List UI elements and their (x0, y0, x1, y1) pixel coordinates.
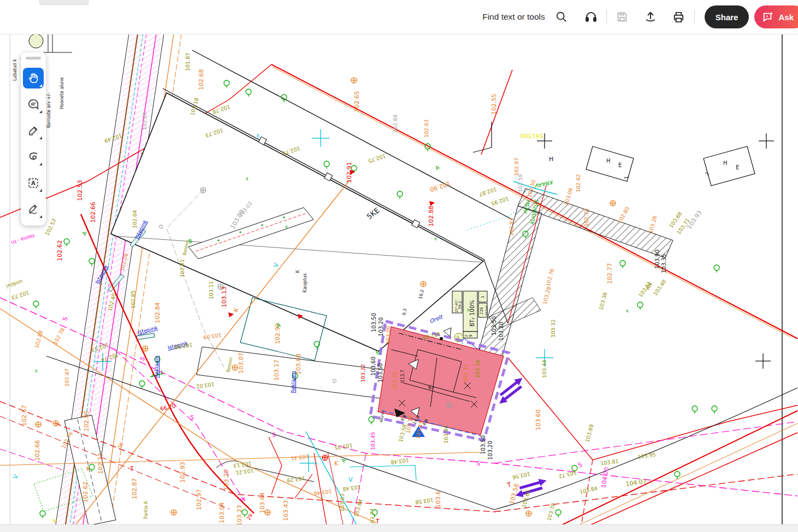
legend-symbol (29, 34, 43, 48)
signature-pen-icon (27, 203, 39, 215)
map-label: 102.93 (509, 218, 515, 236)
map-label: 101.87 (185, 53, 191, 71)
document-canvas[interactable]: Lubatud klepikKõrgus meetritesKorruste a… (0, 34, 798, 524)
map-label: V (11, 473, 20, 480)
print-icon[interactable] (668, 6, 690, 28)
map-label: S (272, 431, 276, 439)
map-label: 103.31 (463, 364, 469, 382)
map-label: 102.85 (130, 291, 136, 309)
map-label: 102.88 (428, 206, 435, 227)
map-label: 103.25 (223, 470, 230, 491)
pencil-icon (27, 125, 39, 137)
pan-hand-tool[interactable] (23, 68, 44, 88)
tree-icon (555, 510, 561, 515)
map-label: 103.08 (295, 354, 302, 375)
map-label: Heina - tn (10, 233, 35, 245)
map-label: S (61, 316, 69, 322)
map-label: 102.77 (606, 263, 613, 285)
map-label: 103.95 (637, 451, 656, 460)
map-label: 102.87 (131, 478, 138, 500)
share-button[interactable]: Share (705, 5, 749, 28)
map-label: 103,90 (654, 250, 660, 269)
map-label: Korruste arv +/- (46, 93, 51, 128)
top-toolbar: Find text or tools (0, 0, 798, 34)
map-label: 102.87 (478, 186, 498, 198)
tree-icon (369, 417, 374, 422)
map-label: 103.04 (218, 503, 226, 524)
save-icon[interactable] (611, 6, 633, 28)
map-label: 103.31 (291, 453, 309, 462)
benchmark-icon (429, 201, 435, 206)
annotation-toolbar: A (21, 52, 46, 226)
comment-tool[interactable] (23, 94, 44, 115)
map-label: 103.60 (535, 410, 542, 431)
search-icon[interactable] (551, 6, 572, 28)
map-geometry (0, 34, 797, 532)
map-label: 102.62 (56, 240, 63, 262)
map-label: 102.73 (11, 289, 30, 301)
benchmark-icon (228, 312, 234, 317)
tree-icon (620, 261, 625, 266)
upload-icon[interactable] (640, 6, 661, 28)
map-label: 103.46 (314, 488, 332, 497)
map-label: x (246, 176, 249, 181)
map-label: 102.95 (490, 196, 510, 207)
map-label: 103.23 (236, 505, 243, 527)
map-label: 104.07 (625, 478, 647, 488)
map-label: 103.45 (370, 432, 376, 450)
map-label: 102.91 (346, 162, 353, 184)
tree-icon (40, 511, 45, 516)
map-label: 103,20 (378, 317, 384, 336)
fill-sign-tool[interactable] (23, 199, 44, 220)
map-label: 462m² (484, 305, 488, 316)
map-label: 102.84 (154, 303, 161, 324)
map-label: S (190, 414, 194, 421)
read-aloud-icon[interactable] (580, 6, 602, 28)
map-label: BT₂ 100% (469, 300, 475, 327)
map-label: H (606, 158, 611, 164)
ask-ai-button[interactable]: Ask (754, 5, 798, 28)
map-label: 103.17 (273, 360, 280, 381)
map-label: Lubatud k (13, 59, 17, 81)
map-label: 102.88 (33, 330, 44, 349)
toolbar-drag-handle[interactable] (26, 57, 41, 60)
map-label: TP-2 (458, 301, 463, 310)
select-text-box-tool[interactable]: A (23, 173, 44, 193)
tree-icon (637, 302, 643, 308)
map-label: 2 (464, 335, 469, 337)
map-label: 103,20 (487, 441, 493, 460)
map-label: H (549, 156, 553, 163)
tree-icon (64, 239, 69, 244)
map-label: 103.36 (598, 292, 608, 311)
map-label: 103.64 (353, 499, 363, 518)
map-label: 103,50 (377, 363, 383, 382)
map-label: 104.00 (600, 466, 610, 488)
map-label: 103.11 (208, 281, 214, 299)
map-label: 102.78 (212, 104, 231, 115)
map-label: 102.66 (34, 440, 41, 462)
map-label: KRAAV (534, 179, 554, 189)
map-label: 102.97 (196, 489, 203, 511)
map-label: x (35, 369, 38, 374)
map-label: T (129, 465, 134, 472)
map-label: A (81, 230, 88, 237)
map-label: unikivi (5, 279, 23, 289)
map-label: 103.32 (550, 320, 556, 338)
tree-icon (692, 406, 697, 411)
map-label: 102.91 (179, 259, 185, 277)
map-label: E (618, 162, 622, 168)
map-label: 103,60 (370, 357, 376, 376)
map-label: 103.44 (541, 360, 547, 378)
top-tab (39, 0, 88, 5)
tree-icon (89, 258, 94, 264)
site-plan-drawing: Lubatud klepikKõrgus meetritesKorruste a… (0, 34, 798, 532)
hand-icon (27, 72, 39, 84)
lasso-tool[interactable] (23, 146, 44, 167)
map-label: Parkla A (144, 501, 149, 519)
tree-icon (139, 381, 145, 386)
map-label: 103.00 (385, 326, 391, 344)
draw-tool[interactable] (23, 120, 44, 141)
map-label: 102.85 (83, 411, 90, 432)
map-label: 103.58 (415, 497, 434, 506)
find-text-button[interactable]: Find text or tools (482, 12, 545, 22)
